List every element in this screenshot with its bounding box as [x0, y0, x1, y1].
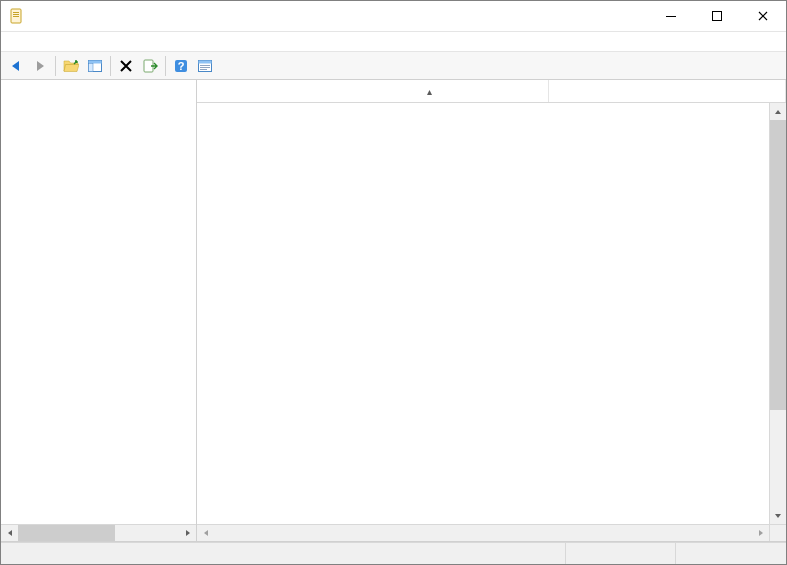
menu-help[interactable] [61, 40, 77, 44]
status-cell [676, 543, 786, 564]
scroll-left-button[interactable] [1, 525, 18, 541]
svg-rect-14 [666, 16, 676, 17]
up-button[interactable] [60, 55, 82, 77]
scroll-left-button[interactable] [197, 525, 214, 541]
forward-button[interactable] [29, 55, 51, 77]
svg-rect-23 [199, 60, 212, 63]
toolbar-separator [165, 56, 166, 76]
status-bar [1, 542, 786, 564]
svg-rect-17 [89, 60, 102, 63]
close-button[interactable] [740, 1, 786, 31]
list-vertical-scrollbar[interactable] [769, 103, 786, 524]
toolbar-separator [110, 56, 111, 76]
list-horizontal-scrollbar[interactable] [197, 524, 769, 541]
scrollbar-corner [769, 524, 786, 541]
delete-button[interactable] [115, 55, 137, 77]
scroll-up-button[interactable] [770, 103, 786, 120]
svg-rect-11 [13, 12, 19, 13]
status-cell [566, 543, 676, 564]
svg-rect-15 [713, 12, 722, 21]
menu-view[interactable] [43, 40, 59, 44]
help-button[interactable]: ? [170, 55, 192, 77]
scroll-right-button[interactable] [752, 525, 769, 541]
list-header [197, 80, 786, 103]
scroll-thumb[interactable] [770, 120, 786, 410]
toolbar: ? [1, 52, 786, 80]
content-area [1, 80, 786, 542]
title-bar [1, 1, 786, 31]
column-policy[interactable] [197, 80, 549, 102]
svg-rect-24 [200, 65, 210, 66]
scroll-track[interactable] [18, 525, 179, 541]
tree-pane [1, 80, 197, 541]
svg-rect-13 [13, 16, 19, 17]
app-window: ? [0, 0, 787, 565]
scroll-track[interactable] [770, 120, 786, 507]
maximize-button[interactable] [694, 1, 740, 31]
show-hide-tree-button[interactable] [84, 55, 106, 77]
app-icon [9, 8, 25, 24]
back-button[interactable] [5, 55, 27, 77]
menu-bar [1, 31, 786, 52]
tree-horizontal-scrollbar[interactable] [1, 524, 196, 541]
svg-rect-12 [13, 14, 19, 15]
svg-rect-25 [200, 67, 210, 68]
tree[interactable] [1, 80, 196, 524]
export-button[interactable] [139, 55, 161, 77]
menu-file[interactable] [7, 40, 23, 44]
list-body[interactable] [197, 103, 769, 524]
svg-text:?: ? [178, 60, 185, 72]
scroll-down-button[interactable] [770, 507, 786, 524]
scroll-thumb[interactable] [18, 525, 115, 541]
scroll-right-button[interactable] [179, 525, 196, 541]
scroll-track[interactable] [214, 525, 752, 541]
minimize-button[interactable] [648, 1, 694, 31]
svg-rect-18 [89, 63, 94, 71]
status-cell [1, 543, 566, 564]
properties-button[interactable] [194, 55, 216, 77]
svg-rect-26 [200, 69, 207, 70]
column-setting[interactable] [549, 80, 786, 102]
toolbar-separator [55, 56, 56, 76]
menu-action[interactable] [25, 40, 41, 44]
list-pane [197, 80, 786, 541]
